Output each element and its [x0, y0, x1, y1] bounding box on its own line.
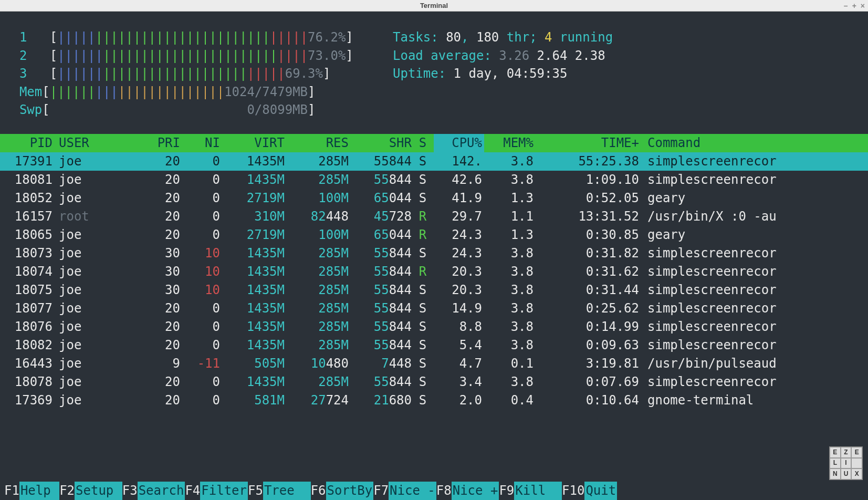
fkey-F10: F10	[562, 482, 584, 500]
fkey-F7-label[interactable]: Nice -	[389, 482, 436, 500]
minimize-icon[interactable]: –	[844, 2, 848, 10]
col-PRI[interactable]: PRI	[131, 134, 180, 152]
fkey-F3-label[interactable]: Search	[138, 482, 185, 500]
window-controls: – + ×	[844, 2, 865, 10]
fkey-F1: F1	[4, 482, 19, 500]
fkey-F6-label[interactable]: SortBy	[326, 482, 374, 500]
process-row[interactable]: 17369joe200581M2772421680S2.00.40:10.64g…	[0, 391, 868, 410]
cpu-meter-2: 2 [|||||||||||||||||||||||||||||||||73.0…	[4, 47, 393, 65]
cpu-meter-1: 1 [|||||||||||||||||||||||||||||||||76.2…	[4, 28, 393, 47]
function-keys-bar[interactable]: F1Help F2Setup F3SearchF4FilterF5Tree F6…	[0, 482, 868, 500]
process-row[interactable]: 18065joe2002719M100M65044R24.31.30:30.85…	[0, 226, 868, 244]
col-NI[interactable]: NI	[180, 134, 220, 152]
col-TIME+[interactable]: TIME+	[534, 134, 639, 152]
process-row[interactable]: 16443joe9-11505M104807448S4.70.13:19.81/…	[0, 355, 868, 373]
process-header-row[interactable]: PIDUSERPRI NI VIRT RES SHRSCPU%MEM% TIME…	[0, 134, 868, 152]
load-line: Load average: 3.26 2.64 2.38	[393, 47, 613, 65]
close-icon[interactable]: ×	[861, 2, 865, 10]
fkey-F2: F2	[59, 482, 75, 500]
col-SHR[interactable]: SHR	[349, 134, 412, 152]
window-title: Terminal	[420, 2, 448, 9]
tasks-line: Tasks: 80, 180 thr; 4 running	[393, 28, 613, 47]
process-row[interactable]: 18081joe2001435M285M55844S42.63.81:09.10…	[0, 171, 868, 189]
fkey-F4: F4	[185, 482, 200, 500]
col-Command[interactable]: Command	[639, 134, 864, 152]
meters-block: 1 [|||||||||||||||||||||||||||||||||76.2…	[4, 28, 864, 134]
process-row[interactable]: 18078joe2001435M285M55844S3.43.80:07.69s…	[0, 373, 868, 391]
process-row[interactable]: 18052joe2002719M100M65044S41.91.30:52.05…	[0, 189, 868, 207]
process-row[interactable]: 18075joe30101435M285M55844S20.33.80:31.4…	[0, 281, 868, 299]
col-VIRT[interactable]: VIRT	[220, 134, 285, 152]
cpu-meter-3: 3 [||||||||||||||||||||||||||||||69.3%]	[4, 65, 393, 83]
window-titlebar[interactable]: Terminal – + ×	[0, 0, 868, 12]
fkey-F4-label[interactable]: Filter	[200, 482, 248, 500]
swp-meter: Swp[ 0/8099MB]	[4, 101, 393, 119]
process-row[interactable]: 18076joe2001435M285M55844S8.83.80:14.99s…	[0, 318, 868, 336]
col-RES[interactable]: RES	[285, 134, 349, 152]
terminal[interactable]: 1 [|||||||||||||||||||||||||||||||||76.2…	[0, 12, 868, 500]
fkey-F5-label[interactable]: Tree	[263, 482, 311, 500]
col-CPU%[interactable]: CPU%	[434, 134, 484, 152]
process-row[interactable]: 17391joe2001435M285M55844S142.3.855:25.3…	[0, 152, 868, 171]
fkey-F6: F6	[311, 482, 326, 500]
maximize-icon[interactable]: +	[852, 2, 856, 10]
mem-meter: Mem[|||||||||||||||||||||||1024/7479MB]	[4, 83, 393, 101]
fkey-F10-label[interactable]: Quit	[584, 482, 617, 500]
fkey-F9: F9	[499, 482, 514, 500]
fkey-F9-label[interactable]: Kill	[514, 482, 562, 500]
process-list[interactable]: 17391joe2001435M285M55844S142.3.855:25.3…	[0, 152, 868, 410]
col-USER[interactable]: USER	[53, 134, 131, 152]
process-row[interactable]: 18073joe30101435M285M55844S24.33.80:31.8…	[0, 244, 868, 263]
process-row[interactable]: 16157root200310M8244845728R29.71.113:31.…	[0, 207, 868, 226]
col-S[interactable]: S	[412, 134, 434, 152]
fkey-F3: F3	[122, 482, 138, 500]
col-MEM%[interactable]: MEM%	[484, 134, 534, 152]
fkey-F8-label[interactable]: Nice +	[452, 482, 499, 500]
fkey-F2-label[interactable]: Setup	[75, 482, 122, 500]
fkey-F7: F7	[373, 482, 389, 500]
fkey-F1-label[interactable]: Help	[19, 482, 59, 500]
process-row[interactable]: 18077joe2001435M285M55844S14.93.80:25.62…	[0, 299, 868, 318]
fkey-F8: F8	[436, 482, 452, 500]
process-row[interactable]: 18074joe30101435M285M55844R20.33.80:31.6…	[0, 263, 868, 281]
fkey-F5: F5	[248, 482, 263, 500]
watermark-logo: EZELI NUX	[829, 446, 863, 480]
uptime-line: Uptime: 1 day, 04:59:35	[393, 65, 613, 83]
process-row[interactable]: 18082joe2001435M285M55844S5.43.80:09.63s…	[0, 336, 868, 355]
col-PID[interactable]: PID	[4, 134, 53, 152]
